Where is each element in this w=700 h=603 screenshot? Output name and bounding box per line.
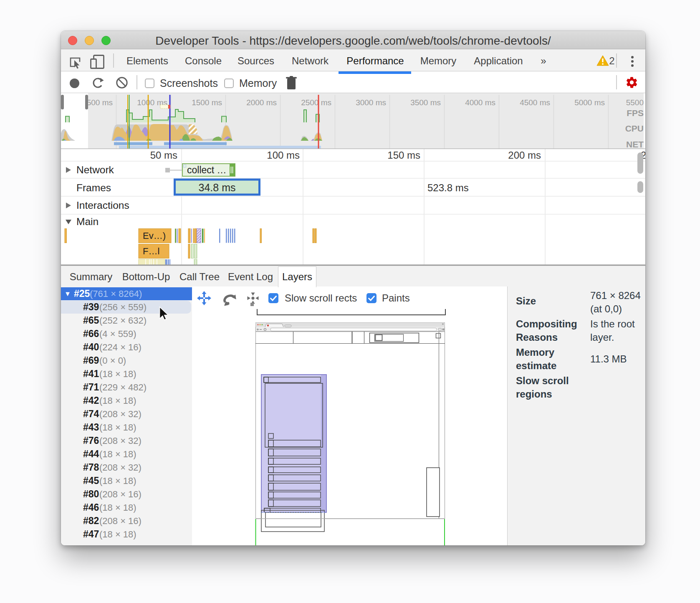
svg-text:F…l: F…l [143,246,159,256]
svg-text:Ev…): Ev…) [143,231,166,241]
svg-text:3500 ms: 3500 ms [410,98,441,107]
svg-text:1500 ms: 1500 ms [192,98,222,107]
svg-text:NET: NET [626,139,644,149]
svg-text:FPS: FPS [627,108,644,118]
svg-text:Main: Main [76,216,99,227]
svg-text:4000 ms: 4000 ms [465,98,495,107]
svg-text:CPU: CPU [625,124,644,133]
svg-text:200 ms: 200 ms [508,149,541,161]
svg-text:523.8 ms: 523.8 ms [427,182,469,193]
svg-text:34.8 ms: 34.8 ms [199,182,236,193]
svg-text:4500 ms: 4500 ms [520,98,550,107]
svg-text:50 ms: 50 ms [150,149,177,161]
svg-text:3000 ms: 3000 ms [356,98,386,107]
svg-text:collect …: collect … [187,165,227,175]
svg-text:Interactions: Interactions [76,200,129,211]
svg-text:Frames: Frames [76,182,111,193]
svg-text:150 ms: 150 ms [387,149,420,161]
svg-text:2000 ms: 2000 ms [246,98,277,107]
svg-text:2500 ms: 2500 ms [301,98,331,107]
svg-text:500 ms: 500 ms [87,98,113,107]
svg-text:5500: 5500 [626,98,644,107]
svg-text:5000 ms: 5000 ms [574,98,605,107]
svg-text:100 ms: 100 ms [267,149,300,161]
svg-text:Network: Network [76,164,114,175]
